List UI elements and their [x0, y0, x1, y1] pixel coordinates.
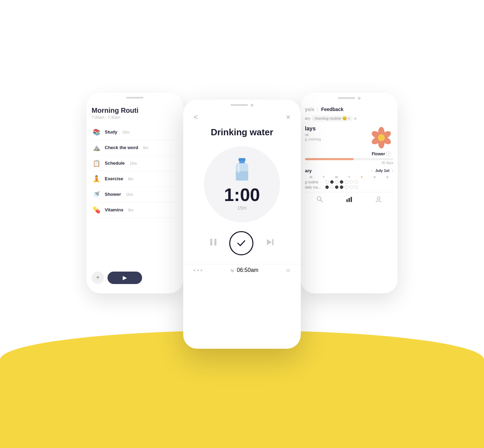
- calendar-nav: ‹ July 1st ›: [371, 168, 393, 173]
- left-phone-bottom: + ▶: [86, 267, 183, 288]
- progress-bar-background: [305, 158, 393, 160]
- skip-button[interactable]: [266, 238, 274, 248]
- task-list: 📚 Study 15m ⛰️ Check the word 8m 📋 Sched…: [92, 125, 178, 218]
- streak-info: lays ak g, evening: [305, 126, 366, 141]
- task-dur-schedule: 15m: [130, 161, 137, 165]
- center-phone-topbar: [183, 100, 301, 109]
- progress-row: 30 days: [305, 158, 393, 165]
- streak-schedule: g, evening: [305, 137, 366, 141]
- flower-icon: [369, 126, 393, 150]
- water-bottle-svg: [232, 158, 252, 183]
- tab-feedback[interactable]: Feedback: [321, 107, 344, 112]
- filter-row: ary morning routine 😊 ▾ n: [305, 116, 393, 121]
- tab-divider: |: [317, 107, 318, 112]
- tab-row: ysis | Feedback: [305, 107, 393, 112]
- filter-tag[interactable]: morning routine 😊 ▾: [312, 116, 353, 121]
- list-item[interactable]: 💊 Vitamins 8m: [92, 202, 178, 218]
- filter-suffix: n: [354, 116, 356, 120]
- task-name-exercise: Exercise: [105, 176, 123, 181]
- chevron-down-icon: ▾: [348, 117, 350, 120]
- time-label: 06:50am: [237, 267, 258, 273]
- bottom-nav: [305, 192, 393, 208]
- calendar-days-header: M T W T F S S: [305, 175, 393, 179]
- calendar-row-2: daily rou...: [305, 185, 393, 189]
- filter-prefix: ary: [305, 116, 310, 120]
- exercise-icon: 🧘: [92, 174, 101, 184]
- filter-text: morning routine 😊: [315, 116, 347, 121]
- search-nav-button[interactable]: [316, 196, 323, 204]
- phone-center: < × Drinking water 1:00: [183, 100, 301, 349]
- check-button[interactable]: [229, 231, 253, 255]
- dots-menu[interactable]: [194, 269, 202, 271]
- svg-rect-20: [351, 197, 352, 202]
- word-icon: ⛰️: [92, 143, 101, 153]
- cal-day-W: W: [331, 175, 343, 179]
- left-notch-bar: [126, 97, 143, 99]
- phone-left: Morning Routi 7:00am - 7:35am 📚 Study 15…: [86, 93, 183, 293]
- svg-rect-8: [272, 239, 273, 245]
- svg-line-17: [320, 200, 323, 202]
- cal-day-F: F: [356, 175, 368, 179]
- playback-controls: [183, 231, 301, 255]
- right-phone-content: ysis | Feedback ary morning routine 😊 ▾ …: [301, 102, 398, 212]
- tab-analysis[interactable]: ysis: [305, 107, 314, 112]
- svg-rect-3: [236, 171, 248, 181]
- water-bottle-container: [232, 158, 252, 183]
- cal-dots-1: [325, 180, 358, 184]
- flower-text: Flower: [372, 152, 385, 156]
- task-name-word: Check the word: [105, 145, 138, 150]
- svg-point-15: [378, 134, 385, 141]
- scene: Morning Routi 7:00am - 7:35am 📚 Study 15…: [86, 51, 398, 397]
- task-dur-word: 8m: [143, 146, 148, 150]
- left-phone-content: Morning Routi 7:00am - 7:35am 📚 Study 15…: [86, 101, 183, 223]
- svg-marker-7: [267, 239, 272, 245]
- cal-day-T2: T: [343, 175, 355, 179]
- list-item[interactable]: 🧘 Exercise 8m: [92, 171, 178, 187]
- list-item[interactable]: 🚿 Shower 15m: [92, 187, 178, 202]
- flower-area: Flower ?: [369, 126, 393, 156]
- routine-time: 7:00am - 7:35am: [92, 115, 178, 119]
- task-dur-exercise: 8m: [128, 177, 133, 181]
- calendar-row-1: g routine: [305, 180, 393, 184]
- wave-button[interactable]: ≋: [286, 267, 290, 274]
- list-item[interactable]: 📋 Schedule 15m: [92, 156, 178, 171]
- shower-icon: 🚿: [92, 190, 101, 199]
- current-time: 06:50am: [230, 267, 259, 273]
- cal-day-S1: S: [369, 175, 381, 179]
- stats-nav-button[interactable]: [346, 196, 353, 204]
- flower-label-row: Flower ?: [372, 152, 391, 156]
- timer-circle: 1:00 15m: [204, 146, 280, 222]
- calendar-title: ary: [305, 168, 312, 173]
- timer-time: 1:00: [224, 186, 260, 204]
- add-button[interactable]: +: [92, 272, 104, 284]
- svg-rect-0: [239, 158, 245, 161]
- routine-title: Morning Routi: [92, 107, 178, 115]
- task-name-shower: Shower: [105, 192, 121, 197]
- calendar-header: ary ‹ July 1st ›: [305, 168, 393, 173]
- svg-rect-1: [239, 161, 245, 164]
- left-phone-topbar: [86, 93, 183, 101]
- svg-rect-4: [238, 164, 240, 173]
- cal-row-label-1: g routine: [305, 180, 324, 184]
- svg-point-21: [377, 197, 380, 200]
- calendar-section: ary ‹ July 1st › M T W T F S S: [305, 168, 393, 189]
- cal-day-M: M: [305, 175, 317, 179]
- svg-rect-5: [210, 239, 212, 246]
- profile-nav-button[interactable]: [375, 196, 382, 204]
- pause-button[interactable]: [210, 238, 217, 248]
- play-button[interactable]: ▶: [108, 272, 142, 284]
- back-button[interactable]: <: [194, 113, 198, 122]
- list-item[interactable]: 📚 Study 15m: [92, 125, 178, 140]
- cal-row-label-2: daily rou...: [305, 185, 324, 189]
- streak-days-title: lays: [305, 126, 366, 132]
- study-icon: 📚: [92, 127, 101, 137]
- progress-label: 30 days: [305, 161, 393, 165]
- task-dur-shower: 15m: [126, 192, 133, 196]
- center-bottom-bar: 06:50am ≋: [183, 264, 301, 276]
- cal-next-button[interactable]: ›: [392, 168, 393, 173]
- cal-prev-button[interactable]: ‹: [371, 168, 373, 173]
- vitamins-icon: 💊: [92, 205, 101, 215]
- streak-streak-label: ak: [305, 132, 366, 137]
- list-item[interactable]: ⛰️ Check the word 8m: [92, 140, 178, 156]
- close-button[interactable]: ×: [286, 113, 290, 122]
